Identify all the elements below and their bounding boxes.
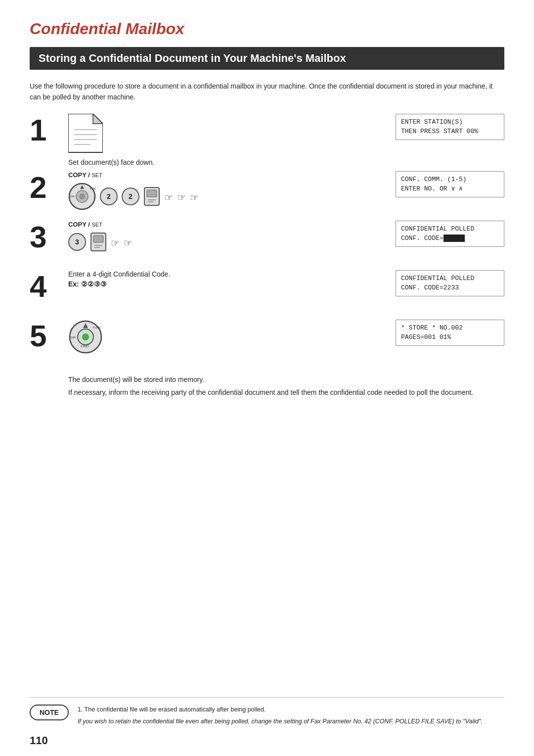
key-2a-button[interactable]: 2	[100, 188, 118, 205]
step-3-number: 3	[30, 222, 59, 252]
note-item-2: If you wish to retain the confidential f…	[78, 718, 483, 725]
finger-icon-1: ☞	[164, 191, 173, 203]
step-2-label: COPY / SET	[68, 171, 371, 179]
step-5-number: 5	[30, 321, 59, 351]
svg-marker-1	[93, 114, 103, 124]
start-dial-icon: DIR FUNC START	[68, 320, 103, 354]
step-4-desc: Enter a 4-digit Confidential Code.	[68, 270, 371, 278]
main-title: Confidential Mailbox	[30, 20, 504, 38]
step-5-display: * STORE * NO.002 PAGES=001 01%	[396, 320, 504, 346]
page-number: 110	[30, 734, 48, 747]
step-3-row: 3 COPY / SET 3	[30, 221, 504, 265]
step-2-row: 2 COPY / SET	[30, 171, 504, 216]
step-4-display-line2: CONF. CODE=2233	[401, 284, 459, 291]
svg-rect-17	[93, 236, 103, 242]
step-3-display: CONFIDENTIAL POLLED CONF. CODE=████	[396, 221, 504, 247]
note-text: 1. The confidential file will be erased …	[78, 705, 483, 726]
note-label: NOTE	[30, 705, 69, 720]
step-4-display: CONFIDENTIAL POLLED CONF. CODE=2233	[396, 270, 504, 296]
note-item-1: The confidential file will be erased aut…	[85, 706, 266, 713]
svg-text:DIR: DIR	[70, 195, 75, 198]
copy-set-button-2-icon	[90, 232, 107, 252]
step-2-display: CONF. COMM. (1-5)ENTER NO. OR ∨ ∧	[396, 171, 504, 197]
step-2-number: 2	[30, 172, 59, 203]
main-dial-icon: DIR FUNC	[68, 183, 96, 210]
step-1-display: ENTER STATION(S)THEN PRESS START 00%	[396, 114, 504, 140]
note-section: NOTE 1. The confidential file will be er…	[30, 697, 504, 726]
step-1-row: 1 Set document(s) face down.	[30, 114, 504, 166]
svg-point-22	[83, 334, 89, 340]
conf-code-blocks: ████	[444, 235, 465, 242]
finger-icon-5: ☞	[124, 237, 133, 249]
step-5-display-line1: * STORE * NO.002	[401, 324, 463, 331]
svg-text:DIR: DIR	[71, 336, 76, 339]
step-3-dial-container: 3 ☞ ☞	[68, 232, 371, 252]
step-1-number: 1	[30, 115, 59, 145]
key-2b-button[interactable]: 2	[122, 188, 139, 205]
page: Confidential Mailbox Storing a Confident…	[0, 0, 534, 756]
svg-rect-13	[147, 190, 157, 197]
steps-container: 1 Set document(s) face down.	[30, 114, 504, 369]
copy-set-button-icon	[143, 187, 160, 206]
intro-text: Use the following procedure to store a d…	[30, 81, 504, 103]
svg-point-8	[80, 194, 85, 199]
document-icon	[68, 114, 103, 153]
step-2-dial-container: DIR FUNC 2 2	[68, 183, 371, 210]
step-3-display-line1: CONFIDENTIAL POLLED	[401, 225, 474, 233]
step-4-row: 4 Enter a 4-digit Confidential Code. Ex:…	[30, 270, 504, 315]
step-4-example: Ex: ②②③③	[68, 280, 371, 288]
section-header: Storing a Confidential Document in Your …	[30, 47, 504, 70]
step-4-display-line1: CONFIDENTIAL POLLED	[401, 275, 474, 282]
step-5-display-line2: PAGES=001 01%	[401, 333, 451, 341]
finger-icon-4: ☞	[111, 237, 120, 249]
finger-icon-2: ☞	[177, 191, 186, 203]
svg-text:START: START	[81, 345, 89, 348]
step-1-desc: Set document(s) face down.	[68, 158, 371, 166]
key-3-button[interactable]: 3	[68, 233, 86, 251]
finger-icon-3: ☞	[190, 191, 199, 203]
svg-text:FUNC: FUNC	[90, 187, 96, 190]
svg-text:FUNC: FUNC	[93, 326, 101, 329]
step-5-row: 5 DIR FUNC STAR	[30, 320, 504, 364]
step-3-label: COPY / SET	[68, 221, 371, 228]
step-4-number: 4	[30, 271, 59, 302]
after-steps-text: The document(s) will be stored into memo…	[68, 374, 504, 398]
